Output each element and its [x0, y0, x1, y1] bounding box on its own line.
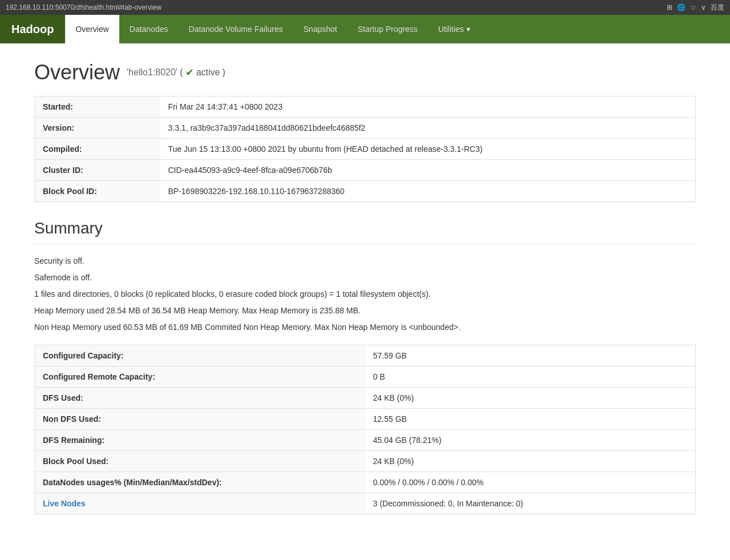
- browser-url-bar: 192.168.10.110:50070/dfshealth.html#tab-…: [6, 3, 162, 11]
- browser-url: 192.168.10.110:50070/dfshealth.html#tab-…: [6, 3, 162, 11]
- table-row: Block Pool Used:24 KB (0%): [35, 451, 696, 472]
- overview-hostname: 'hello1:8020' (✔active): [127, 66, 225, 79]
- table-row: DFS Remaining:45.04 GB (78.21%): [35, 430, 696, 451]
- summary-text-line: Heap Memory used 28.54 MB of 36.54 MB He…: [34, 305, 696, 317]
- navbar: Hadoop Overview Datanodes Datanode Volum…: [0, 15, 730, 43]
- info-label: Version:: [35, 118, 160, 139]
- summary-label: Block Pool Used:: [35, 451, 365, 472]
- info-label: Started:: [35, 96, 160, 118]
- nav-item-datanode-volume-failures[interactable]: Datanode Volume Failures: [179, 15, 293, 43]
- browser-chevron-icon[interactable]: ∨: [701, 3, 706, 11]
- nav-item-utilities[interactable]: Utilities ▾: [428, 15, 481, 43]
- info-value: BP-1698903226-192.168.10.110-16796372883…: [160, 181, 696, 202]
- browser-earth-icon: 🌐: [677, 3, 685, 11]
- table-row: Block Pool ID:BP-1698903226-192.168.10.1…: [35, 181, 696, 202]
- summary-title: Summary: [34, 219, 696, 244]
- summary-label: Live Nodes: [35, 493, 365, 514]
- table-row: Configured Remote Capacity:0 B: [35, 366, 696, 388]
- main-content: Overview 'hello1:8020' (✔active) Started…: [0, 43, 730, 531]
- nav-item-overview[interactable]: Overview: [65, 15, 119, 43]
- summary-value: 0.00% / 0.00% / 0.00% / 0.00%: [365, 472, 696, 493]
- summary-text-line: Non Heap Memory used 60.53 MB of 61.69 M…: [34, 321, 696, 333]
- table-row: Non DFS Used:12.55 GB: [35, 409, 696, 430]
- nav-item-datanodes[interactable]: Datanodes: [119, 15, 179, 43]
- info-label: Compiled:: [35, 139, 160, 160]
- live-nodes-link[interactable]: Live Nodes: [43, 499, 86, 508]
- table-row: Cluster ID:CID-ea445093-a9c9-4eef-8fca-a…: [35, 160, 696, 181]
- table-row: Started:Fri Mar 24 14:37:41 +0800 2023: [35, 96, 696, 118]
- summary-value: 24 KB (0%): [365, 388, 696, 409]
- summary-value: 24 KB (0%): [365, 451, 696, 472]
- browser-star-icon[interactable]: ☆: [690, 3, 696, 11]
- utilities-dropdown-icon: ▾: [466, 25, 470, 34]
- summary-label: DFS Remaining:: [35, 430, 365, 451]
- summary-value: 45.04 GB (78.21%): [365, 430, 696, 451]
- summary-label: Configured Capacity:: [35, 345, 365, 366]
- info-value: 3.3.1, ra3b9c37a397ad4188041dd80621bdeef…: [160, 118, 696, 139]
- table-row: DataNodes usages% (Min/Median/Max/stdDev…: [35, 472, 696, 493]
- info-label: Cluster ID:: [35, 160, 160, 181]
- check-icon: ✔: [185, 66, 194, 79]
- nav-item-snapshot[interactable]: Snapshot: [293, 15, 348, 43]
- summary-text-line: 1 files and directories, 0 blocks (0 rep…: [34, 288, 696, 300]
- summary-table: Configured Capacity:57.59 GBConfigured R…: [34, 345, 696, 514]
- browser-controls: ⊞ 🌐 ☆ ∨ 百度: [667, 3, 724, 13]
- summary-text-line: Security is off.: [34, 255, 696, 267]
- browser-bar: 192.168.10.110:50070/dfshealth.html#tab-…: [0, 0, 730, 15]
- summary-label: Configured Remote Capacity:: [35, 366, 365, 388]
- summary-label: Non DFS Used:: [35, 409, 365, 430]
- summary-texts: Security is off.Safemode is off.1 files …: [34, 255, 696, 333]
- overview-info-table: Started:Fri Mar 24 14:37:41 +0800 2023Ve…: [34, 96, 696, 202]
- summary-value: 3 (Decommissioned: 0, In Maintenance: 0): [365, 493, 696, 514]
- info-label: Block Pool ID:: [35, 181, 160, 202]
- overview-title: Overview: [34, 61, 120, 84]
- summary-value: 57.59 GB: [365, 345, 696, 366]
- info-value: CID-ea445093-a9c9-4eef-8fca-a09e6706b76b: [160, 160, 696, 181]
- nav-item-startup-progress[interactable]: Startup Progress: [348, 15, 428, 43]
- table-row: Configured Capacity:57.59 GB: [35, 345, 696, 366]
- browser-menu-icon[interactable]: ⊞: [667, 3, 672, 11]
- table-row: Compiled:Tue Jun 15 13:13:00 +0800 2021 …: [35, 139, 696, 160]
- utilities-label: Utilities: [438, 25, 464, 34]
- summary-text-line: Safemode is off.: [34, 272, 696, 284]
- browser-baidu-label[interactable]: 百度: [711, 3, 724, 13]
- navbar-brand[interactable]: Hadoop: [0, 15, 65, 43]
- info-value: Fri Mar 24 14:37:41 +0800 2023: [160, 96, 696, 118]
- active-badge: (✔active): [180, 66, 225, 79]
- summary-value: 12.55 GB: [365, 409, 696, 430]
- page-title: Overview 'hello1:8020' (✔active): [34, 61, 696, 84]
- summary-value: 0 B: [365, 366, 696, 388]
- table-row: Version:3.3.1, ra3b9c37a397ad4188041dd80…: [35, 118, 696, 139]
- summary-label: DataNodes usages% (Min/Median/Max/stdDev…: [35, 472, 365, 493]
- table-row: Live Nodes3 (Decommissioned: 0, In Maint…: [35, 493, 696, 514]
- summary-label: DFS Used:: [35, 388, 365, 409]
- info-value: Tue Jun 15 13:13:00 +0800 2021 by ubuntu…: [160, 139, 696, 160]
- table-row: DFS Used:24 KB (0%): [35, 388, 696, 409]
